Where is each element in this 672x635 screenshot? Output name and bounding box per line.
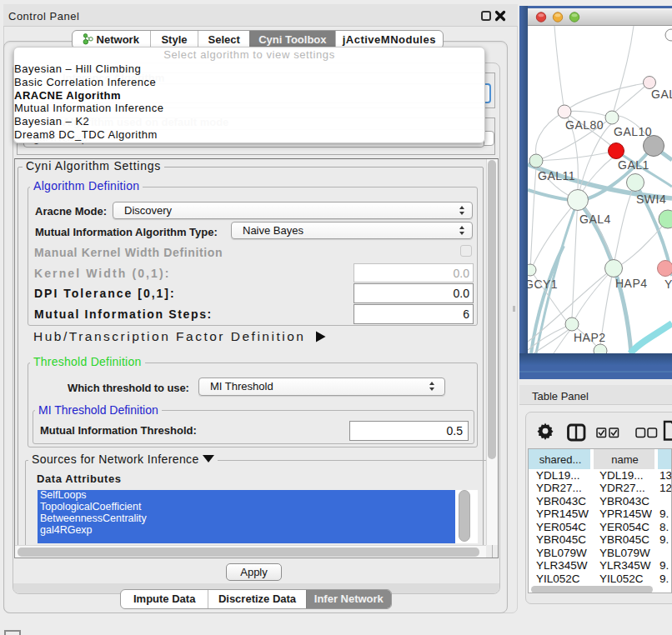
svg-text:GAL4: GAL4	[579, 212, 611, 226]
svg-text:GAL11: GAL11	[538, 169, 575, 182]
svg-text:GAL80: GAL80	[565, 118, 604, 132]
svg-text:GAL7: GAL7	[651, 88, 672, 101]
svg-text:GAL10: GAL10	[614, 125, 652, 138]
svg-text:HAP2: HAP2	[574, 331, 606, 344]
svg-text:Y: Y	[664, 278, 672, 291]
svg-text:SWI4: SWI4	[636, 192, 666, 206]
svg-text:GAL1: GAL1	[618, 158, 649, 172]
svg-text:GCY1: GCY1	[528, 278, 558, 291]
svg-text:HAP4: HAP4	[615, 277, 648, 290]
